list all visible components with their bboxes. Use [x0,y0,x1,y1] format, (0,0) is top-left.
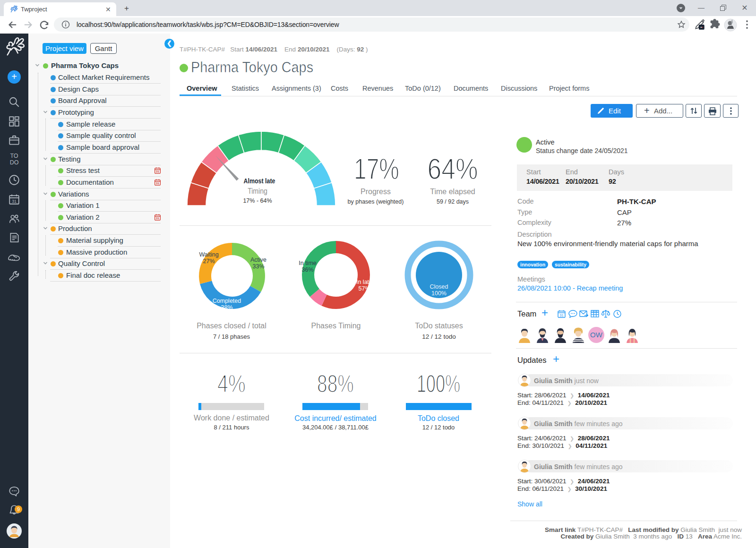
svg-text:31: 31 [156,170,159,173]
svg-text:31: 31 [156,216,159,220]
svg-text:31: 31 [156,181,159,185]
svg-text:31: 31 [12,199,17,204]
svg-text:31: 31 [559,313,563,317]
